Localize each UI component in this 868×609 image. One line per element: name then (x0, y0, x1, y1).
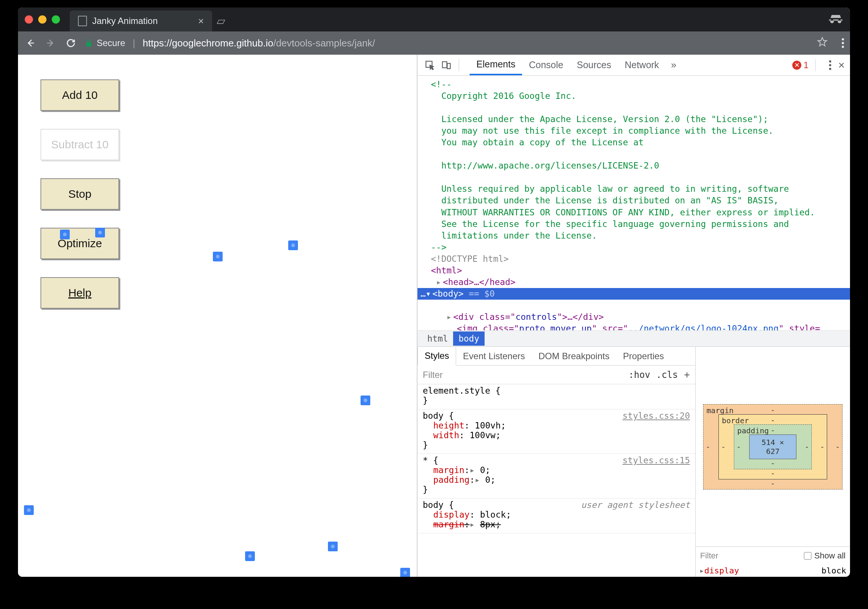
incognito-icon (828, 14, 843, 25)
optimize-button[interactable]: Optimize (40, 228, 119, 259)
address-bar: Secure | https://googlechrome.github.io/… (18, 31, 850, 55)
mover (361, 396, 370, 405)
url-host: https://googlechrome.github.io (143, 37, 273, 49)
prop-margin2: margin (433, 519, 464, 529)
sub-tab-properties[interactable]: Properties (616, 347, 671, 365)
css-rules[interactable]: element.style { } body {styles.css:20 he… (417, 384, 695, 577)
subtract-button[interactable]: Subtract 10 (40, 129, 119, 160)
mover (245, 551, 255, 561)
tab-elements[interactable]: Elements (470, 55, 522, 75)
bm-border-label: border (722, 416, 749, 425)
bookmark-icon[interactable] (817, 37, 828, 50)
cls-toggle[interactable]: .cls (656, 370, 678, 380)
computed-filter-row: Filter Show all (696, 546, 850, 564)
secure-label: Secure (97, 38, 125, 48)
devtools-toolbar: Elements Console Sources Network » ✕1 × (417, 55, 850, 76)
dom-tree[interactable]: <!-- Copyright 2016 Google Inc. Licensed… (417, 76, 850, 330)
rule-src[interactable]: styles.css:20 (623, 411, 690, 420)
val-zero: 0 (480, 465, 485, 475)
devtools-close-icon[interactable]: × (838, 59, 845, 71)
more-tabs-icon[interactable]: » (671, 59, 676, 71)
add-button[interactable]: Add 10 (40, 79, 119, 111)
browser-menu-icon[interactable] (842, 38, 844, 48)
close-tab-icon[interactable]: × (198, 15, 204, 27)
sub-tab-event-listeners[interactable]: Event Listeners (456, 347, 532, 365)
minimize-window[interactable] (38, 15, 46, 23)
computed-list[interactable]: ▸ displayblock (696, 564, 850, 577)
bm-padding-label: padding (737, 426, 769, 435)
new-tab-button[interactable]: ▱ (217, 14, 225, 27)
controls-panel: Add 10 Subtract 10 Stop Optimize Help (40, 79, 119, 309)
rule-star: * { (423, 456, 439, 465)
stop-button[interactable]: Stop (40, 178, 119, 210)
inspect-icon[interactable] (423, 58, 437, 72)
help-button[interactable]: Help (40, 277, 119, 309)
box-model[interactable]: margin ---- border ---- padding ---- 514… (696, 347, 850, 546)
svg-rect-2 (447, 63, 450, 68)
crumb-body[interactable]: body (453, 331, 484, 346)
rule-element-style: element.style { (423, 386, 501, 396)
content-area: Add 10 Subtract 10 Stop Optimize Help El… (18, 55, 850, 577)
computed-pane: margin ---- border ---- padding ---- 514… (696, 347, 850, 577)
bm-margin-label: margin (707, 406, 733, 415)
mover (24, 505, 34, 515)
rule-body: body { (423, 411, 454, 420)
sub-tab-styles[interactable]: Styles (417, 347, 456, 366)
browser-tab[interactable]: Janky Animation × (70, 11, 212, 31)
ua-label: user agent stylesheet (581, 500, 690, 510)
secure-indicator[interactable]: Secure (85, 38, 125, 48)
crumb-html[interactable]: html (422, 331, 453, 346)
val-display: block (480, 510, 506, 519)
sub-tabs: Styles Event Listeners DOM Breakpoints P… (417, 347, 695, 366)
error-count: 1 (803, 60, 808, 70)
maximize-window[interactable] (52, 15, 60, 23)
val-height: 100vh (475, 420, 501, 430)
show-all-label: Show all (814, 551, 846, 561)
val-zero2: 0 (485, 475, 491, 485)
prop-height: height (433, 420, 464, 430)
prop-display: display (433, 510, 470, 519)
prop-width: width (433, 430, 459, 440)
mover (400, 568, 410, 577)
tab-sources[interactable]: Sources (570, 55, 618, 75)
rule-src2[interactable]: styles.css:15 (623, 456, 690, 465)
url-path: /devtools-samples/jank/ (273, 37, 375, 49)
tab-title: Janky Animation (92, 16, 158, 26)
back-button[interactable] (24, 38, 37, 48)
tab-console[interactable]: Console (522, 55, 570, 75)
mover (328, 542, 338, 551)
reload-button[interactable] (65, 38, 77, 48)
styles-filter-input[interactable]: Filter (423, 370, 443, 380)
tab-network[interactable]: Network (618, 55, 666, 75)
prop-padding: padding (433, 475, 470, 485)
url[interactable]: https://googlechrome.github.io/devtools-… (143, 37, 375, 49)
mover (288, 240, 298, 250)
device-toggle-icon[interactable] (439, 58, 454, 72)
hov-toggle[interactable]: :hov (629, 370, 650, 380)
svg-rect-1 (443, 62, 447, 67)
show-all-checkbox[interactable]: Show all (804, 551, 846, 561)
forward-button[interactable] (44, 38, 57, 48)
val-width: 100vw (470, 430, 496, 440)
bm-dims: 514 × 627 (749, 434, 797, 459)
page-viewport: Add 10 Subtract 10 Stop Optimize Help (18, 55, 417, 577)
close-window[interactable] (25, 15, 33, 23)
computed-filter-input[interactable]: Filter (700, 551, 718, 561)
browser-window: Janky Animation × ▱ Secure | https://goo… (18, 8, 850, 577)
bottom-panes: Styles Event Listeners DOM Breakpoints P… (417, 347, 850, 577)
prop-margin: margin (433, 465, 464, 475)
titlebar: Janky Animation × ▱ (18, 8, 850, 31)
new-rule-icon[interactable]: + (684, 369, 690, 381)
val-eight: 8px (480, 519, 496, 529)
page-icon (78, 16, 87, 26)
sub-tab-dom-breakpoints[interactable]: DOM Breakpoints (532, 347, 616, 365)
mover (95, 228, 105, 238)
devtools-menu-icon[interactable] (829, 60, 831, 70)
computed-display-k: display (704, 566, 739, 575)
rule-body-ua: body { (423, 500, 454, 510)
devtools-panel: Elements Console Sources Network » ✕1 × … (417, 55, 850, 577)
error-badge[interactable]: ✕1 (792, 60, 808, 70)
mover (60, 230, 70, 239)
window-controls (25, 15, 60, 23)
devtools-tabs: Elements Console Sources Network (470, 55, 666, 75)
